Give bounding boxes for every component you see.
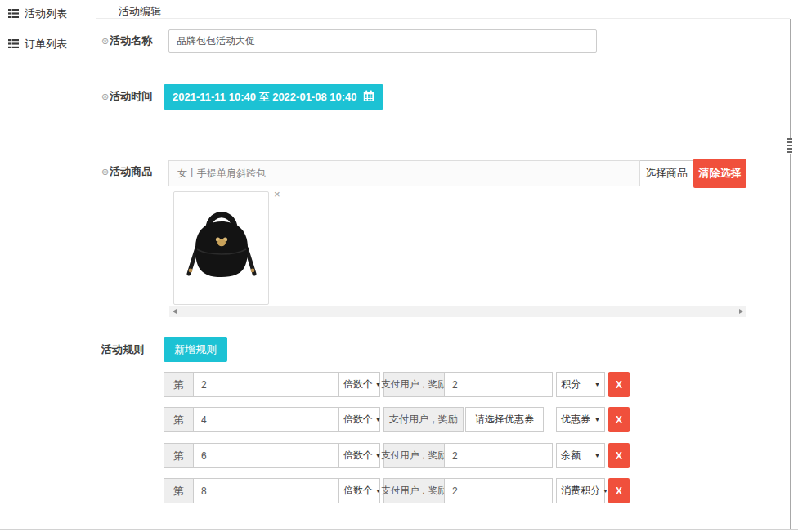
caret-down-icon: ▼	[375, 417, 381, 422]
tab-bar: 活动编辑	[96, 0, 790, 19]
rule-unit-value: 倍数个	[343, 484, 373, 498]
rule-count-input[interactable]	[193, 407, 339, 432]
rule-prefix-label: 第	[164, 478, 194, 503]
sidebar: 活动列表 订单列表	[0, 0, 96, 530]
activity-time-label: ⊛活动时间	[101, 89, 152, 104]
rule-prefix-label: 第	[164, 407, 194, 432]
rule-unit-select[interactable]: 倍数个 ▼	[338, 478, 380, 503]
sidebar-item-label: 订单列表	[25, 37, 67, 51]
add-rule-button[interactable]: 新增规则	[164, 337, 227, 362]
rule-prefix-label: 第	[164, 443, 194, 468]
rule-count-input[interactable]	[193, 478, 339, 503]
rule-delete-button[interactable]: X	[608, 443, 630, 468]
rule-type-select[interactable]: 优惠券 ▼	[556, 407, 605, 432]
activity-name-label: ⊛活动名称	[101, 34, 152, 48]
activity-time-button[interactable]: 2021-11-11 10:40 至 2022-01-08 10:40	[164, 84, 383, 110]
content-right-border	[790, 19, 791, 529]
select-coupon-button[interactable]: 请选择优惠券	[465, 407, 544, 432]
product-name-input[interactable]	[168, 160, 640, 186]
rule-type-value: 积分	[561, 378, 581, 391]
required-mark-icon: ⊛	[101, 92, 109, 101]
rule-type-select[interactable]: 消费积分 ▼	[556, 478, 605, 503]
rule-reward-input[interactable]	[444, 443, 553, 468]
rule-reward-input[interactable]	[444, 478, 553, 503]
activity-name-input[interactable]	[168, 29, 597, 53]
rule-reward-label: 支付用户，奖励	[383, 372, 445, 397]
caret-down-icon: ▼	[375, 382, 381, 387]
required-mark-icon: ⊛	[101, 167, 109, 177]
rule-reward-input[interactable]	[444, 372, 553, 397]
remove-product-icon[interactable]: ×	[274, 189, 280, 199]
tab-activity-edit[interactable]: 活动编辑	[119, 4, 161, 19]
caret-down-icon: ▼	[594, 417, 600, 422]
sidebar-item-activity-list[interactable]: 活动列表	[8, 4, 96, 24]
required-mark-icon: ⊛	[101, 36, 109, 46]
rule-unit-value: 倍数个	[343, 378, 373, 391]
rule-reward-group: 支付用户，奖励	[383, 478, 553, 503]
rule-delete-button[interactable]: X	[608, 478, 630, 503]
rule-row: 第 倍数个 ▼ 支付用户，奖励 余额 ▼ X	[164, 443, 630, 468]
product-input-group: 选择商品 清除选择	[168, 160, 746, 186]
caret-down-icon: ▼	[594, 382, 600, 387]
list-icon	[8, 8, 19, 20]
rule-reward-label-button[interactable]: 支付用户，奖励	[383, 407, 464, 432]
rule-reward-group: 支付用户，奖励 请选择优惠券	[383, 407, 553, 432]
clear-selection-button[interactable]: 清除选择	[693, 159, 746, 188]
rule-reward-label: 支付用户，奖励	[383, 443, 445, 468]
activity-product-label: ⊛活动商品	[101, 164, 152, 179]
scroll-right-icon[interactable]	[739, 309, 743, 314]
rule-unit-select[interactable]: 倍数个 ▼	[338, 372, 380, 397]
rule-count-input[interactable]	[193, 372, 339, 397]
rule-row: 第 倍数个 ▼ 支付用户，奖励 消费积分 ▼ X	[164, 478, 630, 503]
vertical-scrollbar-thumb[interactable]	[787, 138, 792, 154]
rule-count-input[interactable]	[193, 443, 339, 468]
product-thumbnail	[173, 191, 269, 305]
list-icon	[8, 38, 19, 51]
rule-type-select[interactable]: 余额 ▼	[556, 443, 605, 468]
caret-down-icon: ▼	[375, 488, 381, 494]
caret-down-icon: ▼	[375, 453, 381, 458]
page-bottom-border	[0, 529, 798, 530]
rule-type-value: 优惠券	[561, 413, 590, 427]
rule-delete-button[interactable]: X	[608, 372, 630, 397]
rule-type-select[interactable]: 积分 ▼	[556, 372, 605, 397]
rule-unit-select[interactable]: 倍数个 ▼	[338, 407, 380, 432]
horizontal-scrollbar[interactable]	[169, 306, 746, 317]
sidebar-item-order-list[interactable]: 订单列表	[8, 34, 96, 54]
rule-prefix-label: 第	[164, 372, 194, 397]
rule-reward-label: 支付用户，奖励	[383, 478, 445, 503]
rule-reward-group: 支付用户，奖励	[383, 443, 553, 468]
rule-reward-group: 支付用户，奖励	[383, 372, 553, 397]
time-range-value: 2021-11-11 10:40 至 2022-01-08 10:40	[173, 90, 357, 105]
rule-unit-value: 倍数个	[343, 449, 373, 463]
rule-unit-value: 倍数个	[343, 413, 373, 427]
rule-unit-select[interactable]: 倍数个 ▼	[338, 443, 380, 468]
select-product-button[interactable]: 选择商品	[640, 160, 693, 186]
scroll-left-icon[interactable]	[173, 309, 177, 314]
rule-type-value: 消费积分	[561, 484, 600, 498]
rule-type-value: 余额	[561, 449, 581, 463]
rule-delete-button[interactable]: X	[608, 407, 630, 432]
caret-down-icon: ▼	[594, 453, 600, 458]
caret-down-icon: ▼	[603, 488, 608, 494]
rule-row: 第 倍数个 ▼ 支付用户，奖励 请选择优惠券 优惠券 ▼ X	[164, 407, 630, 432]
activity-rules-label: 活动规则	[101, 342, 144, 357]
calendar-icon	[363, 90, 374, 104]
handbag-image	[183, 200, 260, 297]
sidebar-item-label: 活动列表	[25, 7, 67, 21]
rule-row: 第 倍数个 ▼ 支付用户，奖励 积分 ▼ X	[164, 372, 630, 397]
